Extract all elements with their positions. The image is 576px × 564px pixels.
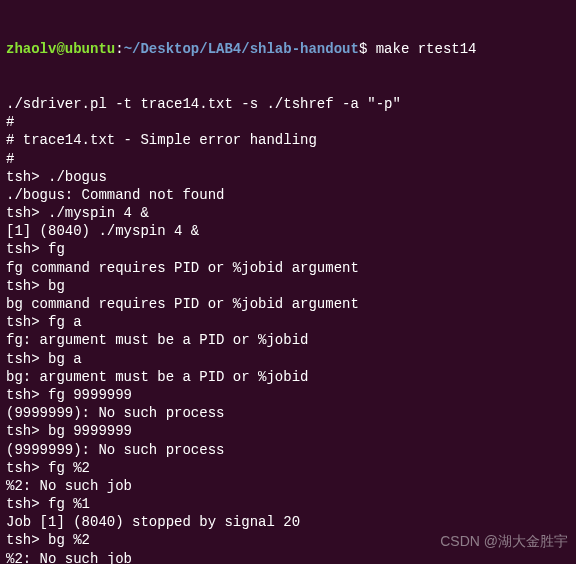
output-line: tsh> fg [6,240,570,258]
output-line: fg command requires PID or %jobid argume… [6,259,570,277]
output-line: (9999999): No such process [6,404,570,422]
output-line: (9999999): No such process [6,441,570,459]
output-line: tsh> bg %2 [6,531,570,549]
prompt-userhost: zhaolv@ubuntu [6,41,115,57]
prompt-path: ~/Desktop/LAB4/shlab-handout [124,41,359,57]
output-line: [1] (8040) ./myspin 4 & [6,222,570,240]
output-line: %2: No such job [6,550,570,564]
output-line: tsh> fg %1 [6,495,570,513]
output-line: # [6,113,570,131]
output-line: tsh> fg 9999999 [6,386,570,404]
prompt-line: zhaolv@ubuntu:~/Desktop/LAB4/shlab-hando… [6,40,570,58]
output-line: tsh> fg %2 [6,459,570,477]
output-line: ./sdriver.pl -t trace14.txt -s ./tshref … [6,95,570,113]
output-line: fg: argument must be a PID or %jobid [6,331,570,349]
output-line: Job [1] (8040) stopped by signal 20 [6,513,570,531]
output-line: tsh> ./myspin 4 & [6,204,570,222]
output-line: %2: No such job [6,477,570,495]
output-line: ./bogus: Command not found [6,186,570,204]
command-text: make rtest14 [376,41,477,57]
output-line: bg: argument must be a PID or %jobid [6,368,570,386]
output-line: # trace14.txt - Simple error handling [6,131,570,149]
terminal[interactable]: zhaolv@ubuntu:~/Desktop/LAB4/shlab-hando… [6,4,570,564]
output-line: # [6,150,570,168]
output-line: tsh> bg 9999999 [6,422,570,440]
output-line: bg command requires PID or %jobid argume… [6,295,570,313]
output-line: tsh> fg a [6,313,570,331]
prompt-colon: : [115,41,123,57]
output-line: tsh> bg [6,277,570,295]
output-line: tsh> bg a [6,350,570,368]
output-line: tsh> ./bogus [6,168,570,186]
prompt-dollar: $ [359,41,376,57]
